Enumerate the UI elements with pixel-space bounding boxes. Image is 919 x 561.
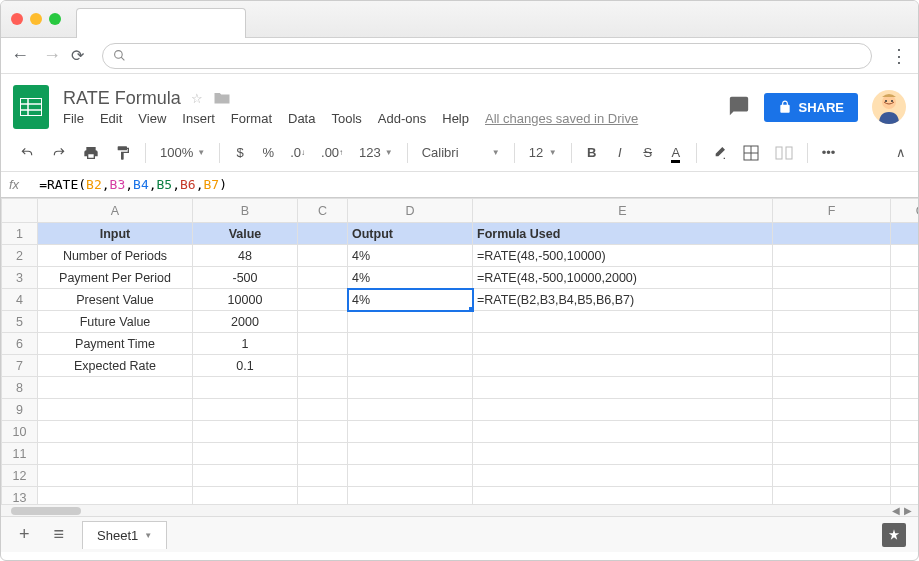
undo-button[interactable] bbox=[13, 140, 41, 166]
maximize-window-button[interactable] bbox=[49, 13, 61, 25]
print-button[interactable] bbox=[77, 140, 105, 166]
cell-D1[interactable]: Output bbox=[348, 223, 473, 245]
cell-E6[interactable] bbox=[473, 333, 773, 355]
cell-B1[interactable]: Value bbox=[193, 223, 298, 245]
scroll-thumb[interactable] bbox=[11, 507, 81, 515]
column-header-A[interactable]: A bbox=[38, 199, 193, 223]
menu-view[interactable]: View bbox=[138, 111, 166, 126]
cell-D7[interactable] bbox=[348, 355, 473, 377]
scroll-left-icon[interactable]: ◀ bbox=[892, 505, 900, 516]
row-header-5[interactable]: 5 bbox=[2, 311, 38, 333]
sheet-tab-1[interactable]: Sheet1 ▼ bbox=[82, 521, 167, 549]
cell-D13[interactable] bbox=[348, 487, 473, 505]
cell-G12[interactable] bbox=[891, 465, 919, 487]
column-header-E[interactable]: E bbox=[473, 199, 773, 223]
cell-A11[interactable] bbox=[38, 443, 193, 465]
cell-F10[interactable] bbox=[773, 421, 891, 443]
cell-E13[interactable] bbox=[473, 487, 773, 505]
cell-C13[interactable] bbox=[298, 487, 348, 505]
menu-data[interactable]: Data bbox=[288, 111, 315, 126]
zoom-dropdown[interactable]: 100%▼ bbox=[154, 141, 211, 164]
format-percent-button[interactable]: % bbox=[256, 140, 280, 166]
menu-file[interactable]: File bbox=[63, 111, 84, 126]
cell-C10[interactable] bbox=[298, 421, 348, 443]
cell-D6[interactable] bbox=[348, 333, 473, 355]
document-title[interactable]: RATE Formula bbox=[63, 88, 181, 109]
row-header-11[interactable]: 11 bbox=[2, 443, 38, 465]
horizontal-scrollbar[interactable]: ◀▶ bbox=[1, 504, 918, 516]
cell-C9[interactable] bbox=[298, 399, 348, 421]
cell-F8[interactable] bbox=[773, 377, 891, 399]
cell-A5[interactable]: Future Value bbox=[38, 311, 193, 333]
row-header-4[interactable]: 4 bbox=[2, 289, 38, 311]
cell-D8[interactable] bbox=[348, 377, 473, 399]
merge-cells-button[interactable] bbox=[769, 140, 799, 166]
more-formats-dropdown[interactable]: 123▼ bbox=[353, 141, 399, 164]
cell-E1[interactable]: Formula Used bbox=[473, 223, 773, 245]
format-currency-button[interactable]: $ bbox=[228, 140, 252, 166]
strikethrough-button[interactable]: S bbox=[636, 140, 660, 166]
row-header-12[interactable]: 12 bbox=[2, 465, 38, 487]
cell-C8[interactable] bbox=[298, 377, 348, 399]
cell-A3[interactable]: Payment Per Period bbox=[38, 267, 193, 289]
cell-B13[interactable] bbox=[193, 487, 298, 505]
menu-help[interactable]: Help bbox=[442, 111, 469, 126]
cell-F11[interactable] bbox=[773, 443, 891, 465]
cell-G7[interactable] bbox=[891, 355, 919, 377]
sheets-logo[interactable] bbox=[13, 85, 49, 129]
cell-D12[interactable] bbox=[348, 465, 473, 487]
cell-D11[interactable] bbox=[348, 443, 473, 465]
cell-G10[interactable] bbox=[891, 421, 919, 443]
cell-B11[interactable] bbox=[193, 443, 298, 465]
cell-F7[interactable] bbox=[773, 355, 891, 377]
cell-C6[interactable] bbox=[298, 333, 348, 355]
share-button[interactable]: SHARE bbox=[764, 93, 858, 122]
menu-addons[interactable]: Add-ons bbox=[378, 111, 426, 126]
minimize-window-button[interactable] bbox=[30, 13, 42, 25]
cell-E11[interactable] bbox=[473, 443, 773, 465]
cell-D9[interactable] bbox=[348, 399, 473, 421]
cell-C4[interactable] bbox=[298, 289, 348, 311]
add-sheet-button[interactable]: + bbox=[13, 522, 36, 547]
cell-B12[interactable] bbox=[193, 465, 298, 487]
bold-button[interactable]: B bbox=[580, 140, 604, 166]
cell-A2[interactable]: Number of Periods bbox=[38, 245, 193, 267]
cell-D10[interactable] bbox=[348, 421, 473, 443]
fill-color-button[interactable] bbox=[705, 140, 733, 166]
font-dropdown[interactable]: Calibri▼ bbox=[416, 141, 506, 164]
cell-E10[interactable] bbox=[473, 421, 773, 443]
cell-A8[interactable] bbox=[38, 377, 193, 399]
collapse-toolbar-button[interactable]: ∧ bbox=[896, 145, 906, 160]
reload-button[interactable]: ⟳ bbox=[71, 46, 84, 65]
cell-B7[interactable]: 0.1 bbox=[193, 355, 298, 377]
cell-E2[interactable]: =RATE(48,-500,10000) bbox=[473, 245, 773, 267]
back-button[interactable]: ← bbox=[11, 45, 29, 66]
cell-E4[interactable]: =RATE(B2,B3,B4,B5,B6,B7) bbox=[473, 289, 773, 311]
cell-F13[interactable] bbox=[773, 487, 891, 505]
cell-F5[interactable] bbox=[773, 311, 891, 333]
cell-E8[interactable] bbox=[473, 377, 773, 399]
cell-A1[interactable]: Input bbox=[38, 223, 193, 245]
cell-A7[interactable]: Expected Rate bbox=[38, 355, 193, 377]
paint-format-button[interactable] bbox=[109, 140, 137, 166]
cell-F6[interactable] bbox=[773, 333, 891, 355]
cell-A13[interactable] bbox=[38, 487, 193, 505]
cell-F1[interactable] bbox=[773, 223, 891, 245]
sheet-tab-menu-icon[interactable]: ▼ bbox=[144, 531, 152, 540]
cell-A10[interactable] bbox=[38, 421, 193, 443]
row-header-6[interactable]: 6 bbox=[2, 333, 38, 355]
column-header-G[interactable]: G bbox=[891, 199, 919, 223]
cell-D5[interactable] bbox=[348, 311, 473, 333]
menu-insert[interactable]: Insert bbox=[182, 111, 215, 126]
cell-G6[interactable] bbox=[891, 333, 919, 355]
cell-G4[interactable] bbox=[891, 289, 919, 311]
address-bar[interactable] bbox=[102, 43, 872, 69]
row-header-3[interactable]: 3 bbox=[2, 267, 38, 289]
cell-E9[interactable] bbox=[473, 399, 773, 421]
spreadsheet-grid[interactable]: ABCDEFG1InputValueOutputFormula Used2Num… bbox=[1, 198, 918, 504]
cell-C7[interactable] bbox=[298, 355, 348, 377]
column-header-F[interactable]: F bbox=[773, 199, 891, 223]
cell-B10[interactable] bbox=[193, 421, 298, 443]
cell-F9[interactable] bbox=[773, 399, 891, 421]
column-header-C[interactable]: C bbox=[298, 199, 348, 223]
